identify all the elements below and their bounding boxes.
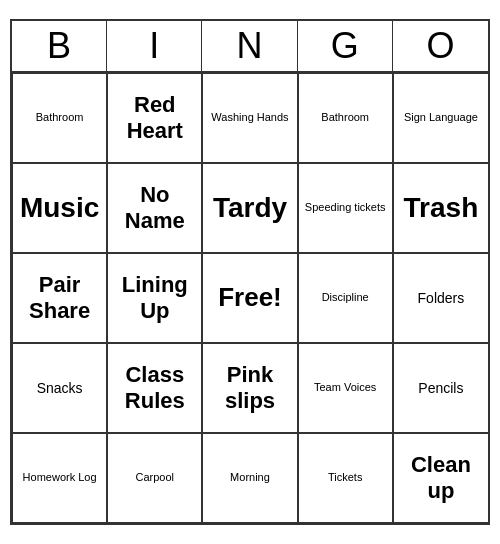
bingo-cell: Bathroom [12,73,107,163]
bingo-cell: Team Voices [298,343,393,433]
bingo-cell: Homework Log [12,433,107,523]
header-letter: I [107,21,202,71]
header-letter: G [298,21,393,71]
bingo-grid: BathroomRed HeartWashing HandsBathroomSi… [12,73,488,523]
bingo-cell: Pink slips [202,343,297,433]
bingo-cell: Lining Up [107,253,202,343]
bingo-cell: Class Rules [107,343,202,433]
bingo-cell: Pair Share [12,253,107,343]
bingo-cell: Speeding tickets [298,163,393,253]
bingo-cell: Pencils [393,343,488,433]
bingo-cell: Trash [393,163,488,253]
bingo-cell: Free! [202,253,297,343]
bingo-cell: Washing Hands [202,73,297,163]
bingo-cell: No Name [107,163,202,253]
bingo-cell: Folders [393,253,488,343]
bingo-cell: Discipline [298,253,393,343]
bingo-cell: Red Heart [107,73,202,163]
bingo-cell: Sign Language [393,73,488,163]
bingo-card: BINGO BathroomRed HeartWashing HandsBath… [10,19,490,525]
bingo-cell: Clean up [393,433,488,523]
header-letter: O [393,21,488,71]
bingo-cell: Tickets [298,433,393,523]
bingo-cell: Bathroom [298,73,393,163]
header-letter: N [202,21,297,71]
bingo-cell: Music [12,163,107,253]
bingo-cell: Tardy [202,163,297,253]
bingo-header: BINGO [12,21,488,73]
bingo-cell: Carpool [107,433,202,523]
bingo-cell: Morning [202,433,297,523]
bingo-cell: Snacks [12,343,107,433]
header-letter: B [12,21,107,71]
